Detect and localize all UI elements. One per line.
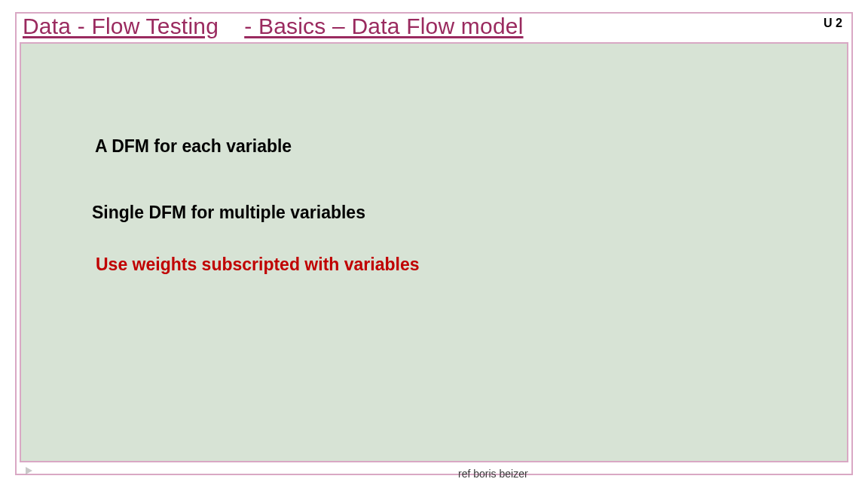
slide: Data - Flow Testing - Basics – Data Flow… <box>0 0 868 488</box>
bullet-line-1: A DFM for each variable <box>95 136 292 157</box>
bullet-line-3: Use weights subscripted with variables <box>96 255 419 275</box>
title-part-1: Data - Flow Testing <box>23 14 219 38</box>
unit-badge: U 2 <box>824 17 842 30</box>
title-part-2: - Basics – Data Flow model <box>244 14 523 38</box>
bullet-line-2: Single DFM for multiple variables <box>92 203 365 223</box>
slide-title: Data - Flow Testing - Basics – Data Flow… <box>23 14 524 39</box>
play-icon <box>26 467 32 474</box>
title-spacer <box>225 14 238 38</box>
content-panel <box>20 42 848 462</box>
footer-reference: ref boris beizer <box>458 468 528 480</box>
